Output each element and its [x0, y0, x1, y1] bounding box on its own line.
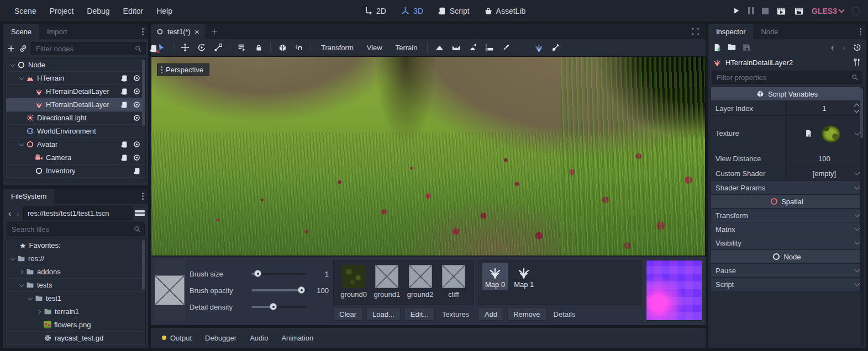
distraction-free-icon[interactable] [691, 27, 700, 36]
texture-field[interactable] [786, 116, 863, 151]
save-icon[interactable] [742, 43, 751, 52]
brush-opacity-slider[interactable] [251, 289, 307, 291]
tree-row-node[interactable]: Node [6, 59, 145, 72]
visibility-eye-icon[interactable] [133, 100, 141, 109]
clear-button[interactable]: Clear [333, 307, 362, 321]
section-script[interactable]: Script [711, 278, 863, 291]
visibility-eye-icon[interactable] [133, 153, 141, 162]
texture-item-ground1[interactable]: ground1 [372, 265, 401, 299]
edit-resource-icon[interactable] [804, 129, 813, 137]
list-select-button[interactable] [235, 41, 249, 54]
fs-row-raycast[interactable]: raycast_test.gd [6, 332, 145, 345]
script-icon[interactable] [120, 154, 128, 162]
texture-preview[interactable] [817, 121, 844, 146]
detail-density-slider[interactable] [251, 306, 307, 308]
terrain-color-paint-tool[interactable] [515, 41, 529, 54]
chevron-down-icon[interactable] [9, 61, 17, 69]
terrain-paint-tool[interactable] [498, 41, 513, 54]
chevron-down-icon[interactable] [18, 141, 26, 148]
tree-row-camera[interactable]: Camera [6, 151, 145, 164]
terrain-flatten-tool[interactable] [482, 41, 496, 54]
tab-output[interactable]: Output [156, 331, 197, 345]
category-script-variables[interactable]: Script Variables [711, 87, 863, 101]
details-label[interactable]: Details [554, 310, 576, 318]
workspace-script-button[interactable]: Script [433, 4, 474, 18]
tree-row-hterrain[interactable]: HTerrain [6, 72, 145, 85]
detach-script-button[interactable]: × [149, 44, 158, 54]
history-forward-button[interactable]: › [841, 42, 847, 52]
tab-audio[interactable]: Audio [244, 331, 273, 345]
tree-row-inventory[interactable]: Inventory [6, 164, 145, 178]
fs-row-addons[interactable]: addons [6, 265, 145, 279]
category-spatial[interactable]: Spatial [711, 195, 863, 209]
terrain-raise-tool[interactable] [432, 41, 446, 54]
add-node-button[interactable] [7, 44, 15, 53]
visibility-eye-icon[interactable] [133, 140, 141, 148]
tree-row-world-environment[interactable]: WorldEnvironment [6, 125, 145, 138]
visibility-eye-icon[interactable] [133, 74, 141, 82]
split-mode-toggle-icon[interactable] [135, 209, 145, 217]
menu-editor[interactable]: Editor [117, 4, 150, 18]
custom-shader-field[interactable]: [empty] [786, 166, 863, 180]
fs-row-tests[interactable]: tests [6, 279, 145, 292]
close-icon[interactable]: × [194, 28, 199, 36]
scene-tab-test1[interactable]: test1(*) × [151, 24, 205, 39]
section-visibility[interactable]: Visibility [711, 236, 863, 250]
section-shader-params[interactable]: Shader Params [711, 181, 863, 195]
tab-node[interactable]: Node [753, 24, 786, 39]
chevron-right-icon[interactable] [36, 308, 44, 316]
history-back-button[interactable]: ‹ [829, 42, 835, 52]
script-icon[interactable] [133, 167, 141, 175]
play-scene-button[interactable] [776, 6, 786, 16]
chevron-down-icon[interactable] [9, 255, 17, 263]
workspace-assetlib-button[interactable]: AssetLib [480, 4, 530, 18]
map-item-0[interactable]: Map 0 [482, 263, 508, 290]
remove-button[interactable]: Remove [507, 307, 546, 321]
terrain-detail-tool[interactable] [532, 41, 546, 54]
instance-scene-button[interactable] [19, 44, 28, 53]
chevron-down-icon[interactable] [855, 170, 860, 176]
section-transform[interactable]: Transform [711, 209, 863, 222]
tab-scene[interactable]: Scene [3, 24, 39, 39]
panel-menu-icon[interactable] [860, 31, 861, 33]
tools-icon[interactable] [853, 58, 861, 67]
filter-nodes-input[interactable] [35, 44, 134, 54]
tab-animation[interactable]: Animation [276, 331, 319, 345]
new-resource-icon[interactable] [713, 43, 722, 52]
script-icon[interactable] [120, 141, 128, 148]
tree-row-detail-layer-1[interactable]: HTerrainDetailLayer [6, 85, 145, 98]
script-icon[interactable] [120, 75, 128, 82]
section-matrix[interactable]: Matrix [711, 222, 863, 236]
menu-project[interactable]: Project [43, 4, 81, 18]
visibility-eye-icon[interactable] [133, 114, 141, 122]
add-button[interactable]: Add [478, 307, 503, 321]
category-node[interactable]: Node [711, 250, 863, 264]
texture-item-ground0[interactable]: ground0 [339, 265, 368, 299]
group-node-button[interactable] [275, 41, 290, 54]
play-button[interactable] [732, 7, 740, 15]
terrain-menu[interactable]: Terrain [390, 42, 423, 54]
texture-item-cliff[interactable]: cliff [439, 265, 468, 299]
section-pause[interactable]: Pause [711, 264, 863, 278]
tab-filesystem[interactable]: FileSystem [3, 189, 54, 204]
terrain-erosion-tool[interactable] [548, 41, 562, 54]
tab-import[interactable]: Import [39, 24, 75, 39]
move-tool-button[interactable] [178, 41, 192, 54]
panel-menu-icon[interactable] [142, 195, 144, 197]
menu-debug[interactable]: Debug [80, 4, 116, 18]
fs-row-res[interactable]: res:// [6, 252, 145, 265]
load-button[interactable]: Load... [366, 307, 401, 321]
fs-row-favorites[interactable]: ★ Favorites: [6, 239, 145, 252]
pause-button[interactable] [748, 7, 754, 14]
tree-row-directional-light[interactable]: DirectionalLight [6, 111, 145, 125]
view-menu[interactable]: View [361, 42, 388, 54]
scrollbar[interactable] [142, 240, 145, 290]
terrain-lower-tool[interactable] [449, 41, 463, 54]
tab-debugger[interactable]: Debugger [199, 331, 242, 345]
visibility-eye-icon[interactable] [133, 87, 141, 95]
fs-row-terrain1[interactable]: terrain1 [6, 305, 145, 318]
scale-tool-button[interactable] [211, 41, 225, 54]
fs-row-flowers[interactable]: flowers.png [6, 318, 145, 332]
search-files-input[interactable] [10, 225, 133, 234]
chevron-down-icon[interactable] [27, 295, 35, 302]
